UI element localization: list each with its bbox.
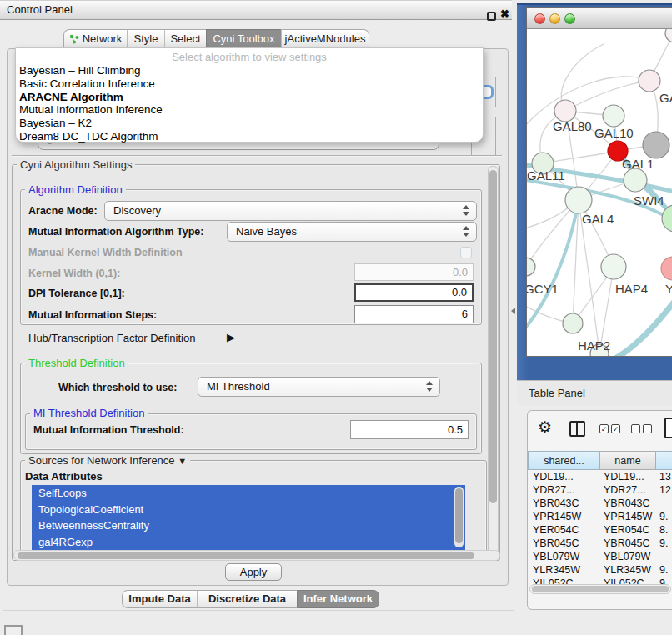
table-row[interactable]: YBR045CYBR045C9. xyxy=(528,537,672,550)
table-row[interactable]: YDR27...YDR27...12 xyxy=(528,483,672,497)
dropdown-item[interactable]: Dream8 DC_TDC Algorithm xyxy=(16,130,483,143)
mi-steps-label: Mutual Information Steps: xyxy=(28,309,157,321)
node-label: SWI4 xyxy=(634,193,664,208)
table-horizontal-scrollbar[interactable] xyxy=(529,584,671,594)
mi-algorithm-type-combo[interactable]: Naive Bayes xyxy=(227,222,477,242)
table-row[interactable]: YER054CYER054C8. xyxy=(528,523,672,537)
dpi-tolerance-field[interactable]: 0.0 xyxy=(354,283,474,302)
list-item[interactable]: gal4RGexp xyxy=(32,534,465,551)
node-gray-large[interactable] xyxy=(643,132,669,158)
tab-impute-data[interactable]: Impute Data xyxy=(122,590,197,608)
kernel-width-field[interactable]: 0.0 xyxy=(354,263,474,281)
column-header-shared[interactable]: shared... xyxy=(528,451,600,470)
split-columns-icon[interactable] xyxy=(569,421,585,437)
which-threshold-label: Which threshold to use: xyxy=(58,382,177,393)
tab-style[interactable]: Style xyxy=(127,29,164,48)
node-label: GAL80 xyxy=(553,119,592,133)
dropdown-item-selected[interactable]: ARACNE Algorithm xyxy=(16,91,483,104)
close-traffic-light-icon[interactable] xyxy=(534,13,545,24)
tab-discretize-data[interactable]: Discretize Data xyxy=(197,590,297,608)
table-row[interactable]: YBL079WYBL079W xyxy=(528,550,672,563)
node-gcy1[interactable] xyxy=(527,258,535,276)
gear-icon[interactable]: ⚙ xyxy=(538,418,552,437)
dropdown-item[interactable]: Mutual Information Inference xyxy=(16,103,483,117)
control-panel-tabbar: Network Style Select Cyni Toolbox jActiv… xyxy=(63,29,369,48)
dropdown-item[interactable]: Bayesian – K2 xyxy=(16,117,483,130)
node-partial-top[interactable] xyxy=(665,29,672,42)
network-window-titlebar[interactable] xyxy=(527,8,672,29)
table-horizontal-scrollbar-thumb[interactable] xyxy=(532,586,669,592)
panel-bottom-edge xyxy=(3,610,514,611)
threshold-definition-title: Threshold Definition xyxy=(25,357,128,369)
table-row[interactable]: YBR043CYBR043C xyxy=(528,497,672,510)
table-row[interactable]: YDL19...YDL19...13 xyxy=(528,470,672,483)
column-header-partial[interactable] xyxy=(656,451,672,470)
bottom-tabbar: Impute Data Discretize Data Infer Networ… xyxy=(122,590,379,608)
node-gal4[interactable] xyxy=(565,187,592,213)
node-swi4-large[interactable] xyxy=(662,205,672,232)
checked-checkbox-icon[interactable]: ✓ xyxy=(611,424,620,433)
apply-button[interactable]: Apply xyxy=(225,563,282,581)
manual-kernel-checkbox[interactable] xyxy=(460,247,472,258)
mi-steps-field[interactable]: 6 xyxy=(354,305,474,323)
unchecked-checkbox-icon[interactable] xyxy=(643,424,652,433)
settings-group-title: Cyni Algorithm Settings xyxy=(17,158,135,171)
combo-stepper-icon xyxy=(426,381,433,392)
node-pink-right[interactable] xyxy=(661,257,672,280)
combo-stepper-icon xyxy=(463,226,469,237)
settings-vertical-scrollbar-thumb[interactable] xyxy=(489,170,497,503)
node-gal10[interactable] xyxy=(603,105,624,127)
settings-horizontal-scrollbar[interactable] xyxy=(13,550,500,561)
hub-section-label[interactable]: Hub/Transcription Factor Definition xyxy=(28,332,195,344)
settings-horizontal-scrollbar-thumb[interactable] xyxy=(18,552,474,559)
column-header-name[interactable]: name xyxy=(600,451,656,470)
mi-threshold-field[interactable]: 0.5 xyxy=(350,420,469,439)
kernel-width-label: Kernel Width (0,1): xyxy=(28,268,120,279)
attributes-list-scrollbar[interactable] xyxy=(454,487,464,548)
section-divider xyxy=(12,155,502,157)
hub-expand-arrow-icon[interactable]: ▶ xyxy=(227,331,235,343)
attributes-list-scrollbar-thumb[interactable] xyxy=(455,488,463,543)
panel-collapse-arrow-icon[interactable] xyxy=(511,308,515,314)
node-near-swi4[interactable] xyxy=(624,168,647,192)
node-pink-top[interactable] xyxy=(639,70,660,92)
node-hap2[interactable] xyxy=(563,313,583,333)
unchecked-checkbox-icon[interactable] xyxy=(631,424,640,433)
zoom-traffic-light-icon[interactable] xyxy=(564,13,575,24)
dropdown-item[interactable]: Basic Correlation Inference xyxy=(16,78,483,91)
combo-stepper-icon xyxy=(463,205,469,216)
float-window-icon[interactable] xyxy=(487,12,496,21)
sources-title[interactable]: Sources for Network Inference ▼ xyxy=(25,454,190,467)
node-label: GAL10 xyxy=(594,126,634,140)
settings-vertical-scrollbar[interactable] xyxy=(488,166,499,559)
tab-cyni-toolbox[interactable]: Cyni Toolbox xyxy=(206,29,281,48)
table-panel: ⚙ ✓ ✓ shared... name YDL19...YDL19...13 … xyxy=(527,410,672,610)
aracne-mode-label: Aracne Mode: xyxy=(28,205,98,217)
table-row[interactable]: YPR145WYPR145W9. xyxy=(528,510,672,523)
node-hap4[interactable] xyxy=(601,254,626,279)
app-root: Control Panel ✖ Network Style Select Cyn… xyxy=(0,0,672,635)
sources-expand-arrow-icon[interactable]: ▼ xyxy=(178,456,187,466)
tab-network[interactable]: Network xyxy=(63,29,127,48)
list-item[interactable]: SelfLoops xyxy=(32,485,465,502)
list-item[interactable]: BetweennessCentrality xyxy=(32,518,465,534)
network-node-labels: GAL GAL80 GAL10 GAL1 GAL11 SWI4 GAL4 GCY… xyxy=(527,91,672,352)
table-row[interactable]: YLR345WYLR345W9. xyxy=(528,563,672,577)
which-threshold-combo[interactable]: MI Threshold xyxy=(198,377,440,397)
table-panel-header: Table Panel xyxy=(517,380,672,405)
list-item[interactable]: TopologicalCoefficient xyxy=(32,502,465,518)
tab-select[interactable]: Select xyxy=(164,29,206,48)
minimize-traffic-light-icon[interactable] xyxy=(549,13,560,24)
node-label: GAL xyxy=(659,91,672,105)
tab-infer-network[interactable]: Infer Network xyxy=(297,590,379,608)
aracne-mode-combo[interactable]: Discovery xyxy=(104,201,477,221)
checked-checkbox-icon[interactable]: ✓ xyxy=(599,424,609,433)
tab-jactivemnodules[interactable]: jActiveMNodules xyxy=(281,29,369,48)
node-label: GAL1 xyxy=(622,157,654,171)
mi-algorithm-type-label: Mutual Information Algorithm Type: xyxy=(28,226,203,238)
close-icon[interactable]: ✖ xyxy=(500,8,509,20)
partial-corner-widget[interactable] xyxy=(4,625,23,635)
document-icon[interactable] xyxy=(664,418,672,438)
network-canvas[interactable]: GAL GAL80 GAL10 GAL1 GAL11 SWI4 GAL4 GCY… xyxy=(527,29,672,356)
dropdown-item[interactable]: Bayesian – Hill Climbing xyxy=(16,64,483,78)
